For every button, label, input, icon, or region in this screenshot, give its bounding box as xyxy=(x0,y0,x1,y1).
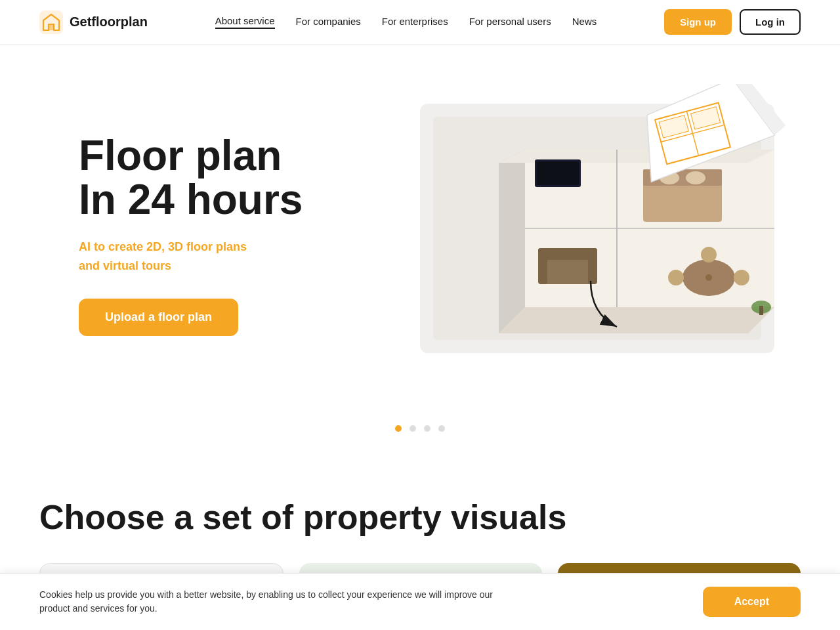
nav-personal[interactable]: For personal users xyxy=(469,16,551,28)
floorplan-visual xyxy=(368,84,801,386)
nav-actions: Sign up Log in xyxy=(664,9,801,35)
svg-point-13 xyxy=(686,171,705,184)
navbar: Getfloorplan About service For companies… xyxy=(0,0,840,45)
hero-title: Floor plan In 24 hours xyxy=(79,134,303,222)
section-title: Choose a set of property visuals xyxy=(39,497,801,537)
svg-rect-17 xyxy=(588,248,597,284)
svg-marker-5 xyxy=(499,150,525,333)
slide-dot-2[interactable] xyxy=(410,425,416,432)
svg-point-22 xyxy=(701,247,717,262)
svg-point-21 xyxy=(734,270,749,285)
nav-links: About service For companies For enterpri… xyxy=(215,15,597,29)
svg-point-19 xyxy=(705,274,712,281)
login-button[interactable]: Log in xyxy=(740,9,801,35)
svg-marker-4 xyxy=(499,307,774,333)
logo-link[interactable]: Getfloorplan xyxy=(39,10,148,34)
brand-name: Getfloorplan xyxy=(70,14,148,30)
hero-section: Floor plan In 24 hours AI to create 2D, … xyxy=(0,45,840,412)
svg-point-20 xyxy=(668,270,684,285)
svg-rect-24 xyxy=(759,306,763,315)
svg-rect-16 xyxy=(538,248,547,284)
slide-dot-4[interactable] xyxy=(438,425,445,432)
svg-rect-26 xyxy=(537,161,579,185)
hero-subtitle-highlight: AI to create xyxy=(79,240,143,253)
hero-image xyxy=(368,84,801,386)
signup-button[interactable]: Sign up xyxy=(664,9,732,35)
logo-icon xyxy=(39,10,63,34)
slide-dots xyxy=(0,412,840,458)
slide-dot-1[interactable] xyxy=(395,425,402,432)
svg-rect-1 xyxy=(49,25,54,30)
hero-content: Floor plan In 24 hours AI to create 2D, … xyxy=(79,134,303,337)
slide-dot-3[interactable] xyxy=(424,425,430,432)
nav-about[interactable]: About service xyxy=(215,15,275,29)
upload-cta-button[interactable]: Upload a floor plan xyxy=(79,299,238,336)
nav-companies[interactable]: For companies xyxy=(296,16,361,28)
cookie-banner: Cookies help us provide you with a bette… xyxy=(0,573,840,630)
hero-subtitle: AI to create 2D, 3D floor plansand virtu… xyxy=(79,238,303,276)
nav-enterprises[interactable]: For enterprises xyxy=(382,16,448,28)
nav-news[interactable]: News xyxy=(572,16,597,28)
cookie-accept-button[interactable]: Accept xyxy=(703,587,801,617)
cookie-text: Cookies help us provide you with a bette… xyxy=(39,588,525,616)
